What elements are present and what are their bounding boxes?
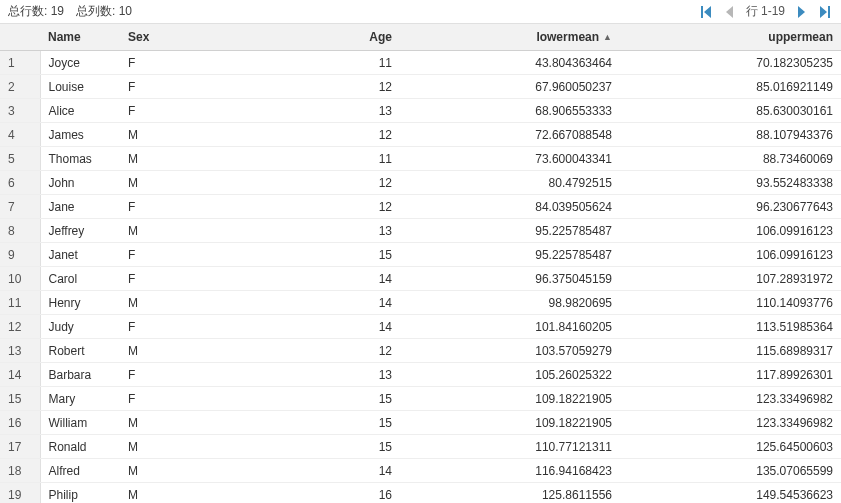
cell-name: Henry xyxy=(40,291,120,315)
cell-name: Philip xyxy=(40,483,120,504)
last-page-icon[interactable] xyxy=(817,4,833,20)
table-row[interactable]: 9JanetF1595.225785487106.09916123 xyxy=(0,243,841,267)
cell-uppermean: 110.14093776 xyxy=(620,291,841,315)
cell-age: 12 xyxy=(180,195,400,219)
cell-rownum: 19 xyxy=(0,483,40,504)
cell-sex: F xyxy=(120,243,180,267)
cell-rownum: 14 xyxy=(0,363,40,387)
table-row[interactable]: 5ThomasM1173.60004334188.73460069 xyxy=(0,147,841,171)
col-header-age[interactable]: Age xyxy=(180,24,400,51)
table-row[interactable]: 10CarolF1496.375045159107.28931972 xyxy=(0,267,841,291)
cell-name: James xyxy=(40,123,120,147)
cell-uppermean: 123.33496982 xyxy=(620,411,841,435)
cell-sex: M xyxy=(120,123,180,147)
cell-uppermean: 135.07065599 xyxy=(620,459,841,483)
table-row[interactable]: 4JamesM1272.66708854888.107943376 xyxy=(0,123,841,147)
cell-lowermean: 116.94168423 xyxy=(400,459,620,483)
table-row[interactable]: 16WilliamM15109.18221905123.33496982 xyxy=(0,411,841,435)
cell-rownum: 13 xyxy=(0,339,40,363)
cell-lowermean: 72.667088548 xyxy=(400,123,620,147)
cell-name: Janet xyxy=(40,243,120,267)
cell-age: 11 xyxy=(180,51,400,75)
cell-lowermean: 109.18221905 xyxy=(400,411,620,435)
cell-uppermean: 85.630030161 xyxy=(620,99,841,123)
cell-rownum: 9 xyxy=(0,243,40,267)
cell-sex: F xyxy=(120,267,180,291)
cell-name: Louise xyxy=(40,75,120,99)
cell-sex: F xyxy=(120,75,180,99)
table-row[interactable]: 6JohnM1280.479251593.552483338 xyxy=(0,171,841,195)
cell-sex: F xyxy=(120,195,180,219)
next-page-icon[interactable] xyxy=(793,4,809,20)
cell-uppermean: 70.182305235 xyxy=(620,51,841,75)
table-row[interactable]: 2LouiseF1267.96005023785.016921149 xyxy=(0,75,841,99)
cell-sex: M xyxy=(120,483,180,504)
cell-name: Alfred xyxy=(40,459,120,483)
cell-age: 15 xyxy=(180,243,400,267)
cell-age: 13 xyxy=(180,363,400,387)
cell-uppermean: 123.33496982 xyxy=(620,387,841,411)
col-header-name[interactable]: Name xyxy=(40,24,120,51)
prev-page-icon[interactable] xyxy=(722,4,738,20)
cell-sex: M xyxy=(120,459,180,483)
table-row[interactable]: 19PhilipM16125.8611556149.54536623 xyxy=(0,483,841,504)
table-body: 1JoyceF1143.80436346470.1823052352Louise… xyxy=(0,51,841,504)
cell-age: 13 xyxy=(180,99,400,123)
cell-rownum: 10 xyxy=(0,267,40,291)
cell-uppermean: 149.54536623 xyxy=(620,483,841,504)
cell-name: Joyce xyxy=(40,51,120,75)
cell-sex: F xyxy=(120,363,180,387)
cell-uppermean: 125.64500603 xyxy=(620,435,841,459)
cell-rownum: 4 xyxy=(0,123,40,147)
cell-sex: M xyxy=(120,435,180,459)
sort-ascending-icon: ▲ xyxy=(603,32,612,42)
table-row[interactable]: 7JaneF1284.03950562496.230677643 xyxy=(0,195,841,219)
cell-uppermean: 107.28931972 xyxy=(620,267,841,291)
col-header-age-label: Age xyxy=(369,30,392,44)
cell-sex: M xyxy=(120,147,180,171)
table-row[interactable]: 13RobertM12103.57059279115.68989317 xyxy=(0,339,841,363)
first-page-icon[interactable] xyxy=(698,4,714,20)
col-header-uppermean[interactable]: uppermean xyxy=(620,24,841,51)
cell-rownum: 8 xyxy=(0,219,40,243)
col-header-rownum[interactable] xyxy=(0,24,40,51)
cell-uppermean: 115.68989317 xyxy=(620,339,841,363)
table-row[interactable]: 11HenryM1498.9820695110.14093776 xyxy=(0,291,841,315)
cell-sex: F xyxy=(120,315,180,339)
cell-lowermean: 96.375045159 xyxy=(400,267,620,291)
cell-name: John xyxy=(40,171,120,195)
cell-age: 15 xyxy=(180,387,400,411)
cell-age: 11 xyxy=(180,147,400,171)
col-header-sex[interactable]: Sex xyxy=(120,24,180,51)
cell-name: Alice xyxy=(40,99,120,123)
cell-age: 12 xyxy=(180,75,400,99)
cell-rownum: 3 xyxy=(0,99,40,123)
cell-lowermean: 101.84160205 xyxy=(400,315,620,339)
cell-uppermean: 88.107943376 xyxy=(620,123,841,147)
col-header-lowermean[interactable]: lowermean ▲ xyxy=(400,24,620,51)
table-row[interactable]: 12JudyF14101.84160205113.51985364 xyxy=(0,315,841,339)
cell-rownum: 18 xyxy=(0,459,40,483)
cell-age: 12 xyxy=(180,339,400,363)
table-row[interactable]: 14BarbaraF13105.26025322117.89926301 xyxy=(0,363,841,387)
cell-rownum: 15 xyxy=(0,387,40,411)
table-row[interactable]: 15MaryF15109.18221905123.33496982 xyxy=(0,387,841,411)
table-header-row: Name Sex Age lowermean ▲ uppermean xyxy=(0,24,841,51)
table-row[interactable]: 1JoyceF1143.80436346470.182305235 xyxy=(0,51,841,75)
cell-lowermean: 73.600043341 xyxy=(400,147,620,171)
col-header-sex-label: Sex xyxy=(128,30,149,44)
table-row[interactable]: 3AliceF1368.90655333385.630030161 xyxy=(0,99,841,123)
table-row[interactable]: 18AlfredM14116.94168423135.07065599 xyxy=(0,459,841,483)
cell-lowermean: 43.804363464 xyxy=(400,51,620,75)
cell-sex: F xyxy=(120,51,180,75)
cell-lowermean: 110.77121311 xyxy=(400,435,620,459)
cell-rownum: 2 xyxy=(0,75,40,99)
cell-lowermean: 67.960050237 xyxy=(400,75,620,99)
cell-lowermean: 95.225785487 xyxy=(400,243,620,267)
cell-rownum: 5 xyxy=(0,147,40,171)
total-rows-label: 总行数: 19 xyxy=(8,3,64,20)
table-row[interactable]: 17RonaldM15110.77121311125.64500603 xyxy=(0,435,841,459)
cell-uppermean: 88.73460069 xyxy=(620,147,841,171)
table-row[interactable]: 8JeffreyM1395.225785487106.09916123 xyxy=(0,219,841,243)
cell-sex: M xyxy=(120,411,180,435)
